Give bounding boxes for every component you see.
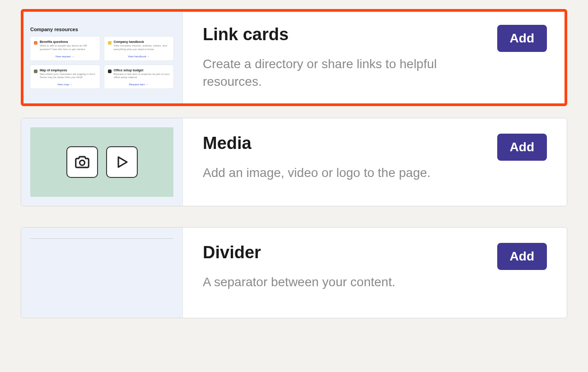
card-icon (34, 70, 37, 73)
camera-icon (66, 146, 98, 178)
card-link: Request item → (108, 83, 170, 86)
link-cards-mockup: Company resources Benefits questions Wan… (30, 27, 173, 88)
add-button[interactable]: Add (497, 243, 547, 270)
card-icon (108, 70, 112, 73)
add-button[interactable]: Add (497, 134, 547, 161)
option-title: Divider (203, 243, 488, 262)
preview-grid: Benefits questions Want to talk to peopl… (30, 37, 173, 88)
option-link-cards: Company resources Benefits questions Wan… (21, 9, 567, 106)
option-content: Divider A separator between your content… (183, 228, 567, 318)
option-title: Media (203, 134, 488, 153)
option-description: Add an image, video or logo to the page. (203, 164, 488, 181)
option-divider: Divider A separator between your content… (21, 227, 567, 318)
option-text: Link cards Create a directory or share l… (203, 25, 497, 90)
preview-card: Map of employees See where your coworker… (30, 65, 100, 89)
card-title: Map of employees (40, 69, 96, 72)
option-content: Link cards Create a directory or share l… (183, 9, 567, 106)
preview-card: Company handbook View company mission, p… (104, 37, 174, 60)
divider-line (30, 238, 173, 239)
card-link: New request → (34, 55, 96, 58)
svg-point-0 (79, 160, 84, 165)
card-icon (34, 41, 37, 45)
card-link: View handbook → (108, 55, 170, 58)
link-cards-preview: Company resources Benefits questions Wan… (21, 9, 183, 106)
card-desc: View company mission, policies, values, … (114, 44, 170, 51)
media-preview-pane (21, 118, 183, 206)
card-icon (108, 41, 112, 45)
divider-mockup (30, 237, 173, 309)
card-desc: Want to talk to people ops about an HR q… (40, 44, 96, 51)
option-title: Link cards (203, 25, 488, 44)
card-title: Office setup budget (114, 69, 170, 72)
option-text: Divider A separator between your content… (203, 243, 497, 291)
option-text: Media Add an image, video or logo to the… (203, 134, 497, 181)
preview-card: Benefits questions Want to talk to peopl… (30, 37, 100, 60)
media-mockup (30, 127, 173, 197)
svg-marker-1 (118, 157, 127, 167)
divider-preview-pane (21, 228, 183, 318)
option-media: Media Add an image, video or logo to the… (21, 118, 567, 206)
card-desc: Request a new item to expense as part of… (114, 73, 170, 80)
option-description: A separator between your content. (203, 273, 488, 291)
option-description: Create a directory or share links to hel… (203, 55, 488, 90)
card-desc: See where your coworkers are logging in … (40, 73, 96, 80)
preview-heading: Company resources (30, 27, 173, 32)
add-button[interactable]: Add (497, 25, 547, 52)
preview-card: Office setup budget Request a new item t… (104, 65, 174, 89)
option-content: Media Add an image, video or logo to the… (183, 118, 567, 206)
card-link: View map → (34, 83, 96, 86)
card-title: Company handbook (114, 40, 170, 43)
card-title: Benefits questions (40, 40, 96, 43)
play-icon (106, 146, 138, 178)
